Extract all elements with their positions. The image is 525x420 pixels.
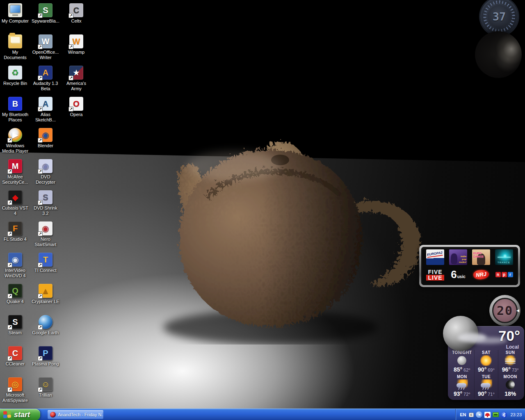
- desktop-icon-quake-4[interactable]: Q↗Quake 4: [0, 284, 30, 304]
- desktop-icon-audacity-1-3-beta[interactable]: A↗Audacity 1.3 Beta: [31, 66, 60, 91]
- station-label: NRJ: [473, 269, 489, 280]
- weather-sun-icon: [480, 355, 492, 366]
- desktop-icon-windows-media-player[interactable]: ▶↗Windows Media Player: [0, 128, 30, 154]
- taskbar-task-anandtech[interactable]: AnandTech - Friday N...: [48, 410, 103, 419]
- icon-label: Alias SketchB...: [31, 112, 60, 123]
- desktop-icon-recycle-bin[interactable]: ♻Recycle Bin: [0, 66, 30, 86]
- radio-station-fivelive[interactable]: FIVELIVE: [426, 269, 444, 281]
- icon-label: InterVideo WinDVD 4: [0, 268, 30, 278]
- icon-glyph: M: [12, 162, 19, 170]
- blender-icon: ◉↗: [39, 128, 52, 142]
- desktop-icon-cryptainer-le[interactable]: ▲↗Cryptainer LE: [31, 284, 60, 304]
- station-label: r: [508, 272, 513, 277]
- start-button[interactable]: start: [0, 409, 40, 420]
- shortcut-arrow-icon: ↗: [38, 231, 43, 236]
- hide-icons-chevron[interactable]: ◀: [476, 411, 482, 418]
- desktop-icon-microsoft-antispyware[interactable]: ◎↗Microsoft AntiSpyware: [0, 377, 30, 403]
- weather-widget[interactable]: 70° Local TONIGHT85°62°SAT90°69°SUN96°73…: [448, 326, 524, 400]
- desktop-icon-ccleaner[interactable]: C↗CCleaner: [0, 346, 30, 367]
- desktop-icon-celtx[interactable]: C↗Celtx: [62, 3, 91, 24]
- radio-station-nrj[interactable]: NRJ: [473, 270, 489, 279]
- forecast-mon: MON93°72°: [450, 374, 474, 398]
- station-label: LIVE: [426, 275, 444, 281]
- desktop-icon-nero-startsmart[interactable]: ◉↗Nero StartSmart: [31, 221, 60, 247]
- radio-station-eurodance[interactable]: EURO DANCE: [472, 249, 490, 265]
- icon-label: Steam: [0, 330, 30, 336]
- icon-glyph: ◆: [12, 193, 18, 201]
- desktop-icon-ti-connect[interactable]: T↗TI Connect: [31, 253, 60, 273]
- desktop-icon-alias-sketchb[interactable]: A↗Alias SketchB...: [31, 97, 60, 123]
- ti-connect-icon: T↗: [39, 253, 52, 267]
- desktop-icon-openoffice-writer[interactable]: W↗OpenOffice... Writer: [31, 34, 60, 60]
- radio-station-trance[interactable]: TRANCE: [495, 249, 513, 265]
- temp-high: 90°: [478, 390, 486, 397]
- icon-label: CCleaner: [0, 361, 30, 367]
- winamp-icon: W↗: [69, 34, 83, 48]
- desktop-icon-opera[interactable]: O↗Opera: [62, 97, 91, 117]
- station-label: 6: [451, 268, 457, 281]
- icon-glyph: ▶: [12, 131, 18, 139]
- forecast-temps: 96°73°: [502, 366, 519, 373]
- desktop-icon-steam[interactable]: S↗Steam: [0, 315, 30, 336]
- station-label: n: [495, 272, 501, 277]
- forecast-day-label: SAT: [482, 350, 491, 355]
- bluetooth-places-icon: B: [8, 97, 22, 111]
- radio-station-europa2[interactable]: EUROPA2: [426, 249, 444, 265]
- temp-high: 90°: [478, 366, 486, 373]
- desktop-icon-dvd-decrypter[interactable]: ◉↗DVD Decrypter: [31, 159, 60, 185]
- desktop-icon-winamp[interactable]: W↗Winamp: [62, 34, 91, 55]
- desktop-icon-spywarebla[interactable]: S↗SpywareBla...: [31, 3, 60, 24]
- icon-label: Plasma Pong: [31, 361, 60, 367]
- device-tray-icon[interactable]: [493, 412, 499, 417]
- icon-glyph: F: [13, 224, 18, 233]
- antivirus-tray-icon[interactable]: [484, 412, 491, 418]
- language-bar-icon[interactable]: E: [469, 413, 474, 417]
- shortcut-arrow-icon: ↗: [68, 13, 73, 18]
- desktop-icon-cubasis-vst-4[interactable]: ◆↗Cubasis VST 4: [0, 190, 30, 216]
- desktop-icon-dvd-shrink-3-2[interactable]: S↗DVD Shrink 3.2: [31, 190, 60, 216]
- radio-station-indie[interactable]: indie pop rocks!: [449, 249, 467, 265]
- audacity-icon: A↗: [39, 66, 52, 80]
- desktop-icon-intervideo-windvd-4[interactable]: ◉↗InterVideo WinDVD 4: [0, 253, 30, 278]
- desktop-icon-google-earth[interactable]: ↗Google Earth: [31, 315, 60, 336]
- moon-phase-widget[interactable]: [475, 31, 522, 78]
- forecast-moon: MOON18%: [498, 374, 522, 398]
- clock-gauge-widget[interactable]: 37: [480, 0, 518, 35]
- language-indicator[interactable]: EN: [460, 412, 467, 417]
- shortcut-arrow-icon: ↗: [7, 169, 12, 174]
- radio-widget[interactable]: EUROPA2indie pop rocks!EURO DANCETRANCEF…: [419, 245, 520, 287]
- icon-glyph: O: [73, 100, 80, 108]
- forecast-temps: 93°72°: [454, 390, 470, 397]
- shortcut-arrow-icon: ↗: [68, 107, 73, 112]
- desktop-icon-my-documents[interactable]: My Documents: [0, 34, 30, 60]
- icon-label: Google Earth: [31, 330, 60, 336]
- forecast-day-label: SUN: [506, 350, 515, 355]
- desktop-icon-blender[interactable]: ◉↗Blender: [31, 128, 60, 148]
- weather-storm-icon: [456, 379, 468, 390]
- desktop-icon-my-bluetooth-places[interactable]: BMy Bluetooth Places: [0, 97, 30, 123]
- icon-label: Blender: [31, 143, 60, 148]
- clock[interactable]: 23:23: [510, 412, 522, 417]
- forecast-day-label: TUE: [482, 374, 491, 379]
- icon-glyph: S: [43, 6, 48, 14]
- radio-station-npr[interactable]: npr: [495, 272, 513, 277]
- icon-label: OpenOffice... Writer: [31, 50, 60, 60]
- desktop-icon-mcafee-securityce[interactable]: M↗McAfee SecurityCe...: [0, 159, 30, 185]
- desktop-icon-plasma-pong[interactable]: P↗Plasma Pong: [31, 346, 60, 367]
- americas-army-icon: ★↗: [69, 66, 83, 80]
- desktop-icon-trillian[interactable]: ☺↗Trillian: [31, 377, 60, 398]
- digital-gauge-widget[interactable]: 20 ◀: [489, 295, 520, 326]
- weather-storm-icon: [456, 379, 468, 390]
- radio-station-sixmusic[interactable]: 6usic: [451, 268, 465, 281]
- desktop-icon-fl-studio-4[interactable]: F↗FL Studio 4: [0, 221, 30, 242]
- bluetooth-tray-icon[interactable]: [501, 412, 507, 418]
- station-label: indie pop rocks!: [456, 255, 466, 264]
- icon-label: Nero StartSmart: [31, 237, 60, 247]
- icon-label: Windows Media Player: [0, 143, 30, 154]
- google-earth-icon: ↗: [39, 315, 52, 329]
- desktop-icon-america-s-army[interactable]: ★↗America's Army: [62, 66, 91, 91]
- desktop-icon-my-computer[interactable]: My Computer: [0, 3, 30, 24]
- icon-label: Cryptainer LE: [31, 299, 60, 304]
- fl-studio-icon: F↗: [8, 221, 22, 235]
- temp-low: 71°: [488, 392, 495, 397]
